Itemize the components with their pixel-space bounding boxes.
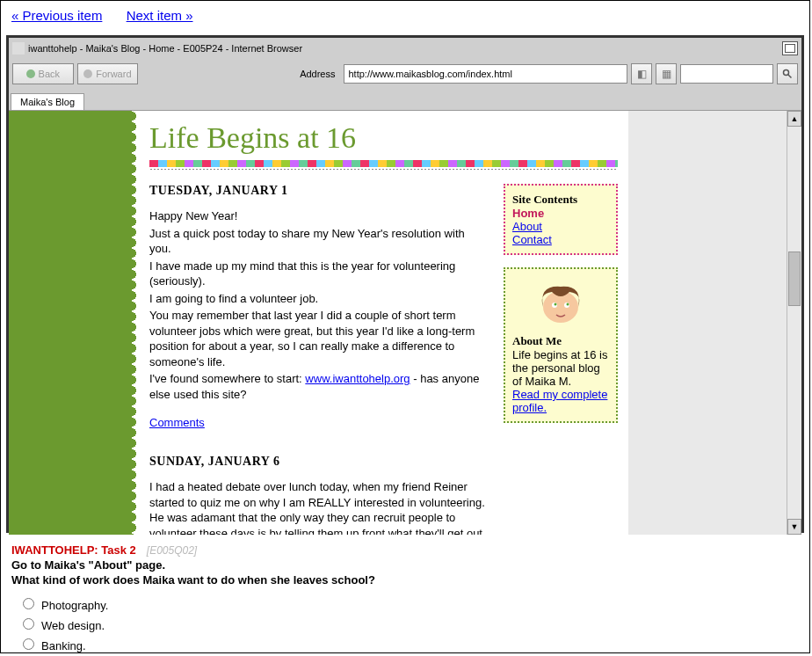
search-input[interactable]	[680, 64, 773, 84]
avatar-icon	[530, 276, 591, 329]
viewport: Life Begins at 16 TUESDAY, JANUARY 1 Hap…	[9, 110, 801, 535]
toolbar: Back Forward Address ◧ ▦	[9, 59, 801, 89]
comments-link[interactable]: Comments	[149, 416, 205, 429]
about-me-box: About Me Life begins at 16 is the person…	[504, 267, 618, 423]
about-title: About Me	[512, 334, 562, 347]
blog-title: Life Begins at 16	[149, 121, 618, 155]
option-a[interactable]: Photography.	[18, 595, 799, 612]
post1-line: I am going to find a volunteer job.	[149, 291, 486, 307]
scroll-thumb[interactable]	[788, 251, 801, 306]
address-label: Address	[300, 69, 335, 79]
forward-button[interactable]: Forward	[77, 63, 139, 84]
item-container: « Previous item Next item » iwanttohelp …	[0, 0, 810, 653]
posts-column: TUESDAY, JANUARY 1 Happy New Year! Just …	[149, 184, 486, 535]
post1-line: Just a quick post today to share my New …	[149, 226, 486, 257]
rainbow-divider	[149, 160, 618, 167]
search-button[interactable]	[777, 63, 798, 84]
tabbar: Maika's Blog	[9, 89, 801, 110]
option-b-radio[interactable]	[23, 618, 34, 630]
answer-options: Photography. Web design. Banking. Social…	[11, 595, 799, 653]
nav-about[interactable]: About	[512, 220, 609, 233]
post1-line: I've found somewhere to start: www.iwant…	[149, 371, 486, 402]
about-text: Life begins at 16 is the personal blog o…	[512, 348, 609, 388]
post2-line: I had a heated debate over lunch today, …	[149, 479, 486, 535]
task-instruction-2: What kind of work does Maika want to do …	[11, 573, 799, 587]
post1-date: TUESDAY, JANUARY 1	[149, 184, 486, 198]
next-item-link[interactable]: Next item »	[127, 8, 193, 23]
profile-link[interactable]: Read my complete profile.	[512, 388, 607, 414]
svg-point-6	[567, 303, 569, 306]
task-code: [E005Q02]	[147, 544, 197, 557]
option-b[interactable]: Web design.	[18, 616, 799, 632]
page-gutter	[628, 111, 787, 535]
vertical-scrollbar[interactable]: ▲ ▼	[787, 111, 801, 535]
site-contents-title: Site Contents	[512, 193, 577, 206]
tab-maikas-blog[interactable]: Maika's Blog	[11, 93, 84, 110]
window-title: iwanttohelp - Maika's Blog - Home - E005…	[28, 43, 302, 54]
task-heading: IWANTTOHELP: Task 2[E005Q02]	[11, 543, 799, 557]
maximize-icon[interactable]	[782, 41, 798, 55]
svg-point-0	[784, 70, 789, 76]
option-c-radio[interactable]	[23, 638, 34, 650]
question-area: IWANTTOHELP: Task 2[E005Q02] Go to Maika…	[1, 538, 809, 653]
nav-home[interactable]: Home	[512, 207, 609, 220]
site-contents-box: Site Contents Home About Contact	[504, 184, 618, 255]
post1-line: Happy New Year!	[149, 208, 486, 224]
svg-point-4	[555, 303, 557, 306]
browser-window: iwanttohelp - Maika's Blog - Home - E005…	[6, 35, 804, 533]
titlebar: iwanttohelp - Maika's Blog - Home - E005…	[9, 38, 801, 59]
blog-page: Life Begins at 16 TUESDAY, JANUARY 1 Hap…	[9, 111, 628, 535]
scroll-up-icon[interactable]: ▲	[787, 111, 801, 127]
svg-line-1	[788, 75, 792, 78]
item-nav: « Previous item Next item »	[1, 1, 809, 30]
nav-contact[interactable]: Contact	[512, 233, 609, 246]
side-column: Site Contents Home About Contact	[504, 184, 618, 535]
post1-line: You may remember that last year I did a …	[149, 308, 486, 369]
post2-date: SUNDAY, JANUARY 6	[149, 455, 486, 469]
tool-button-2[interactable]: ▦	[656, 63, 677, 84]
app-icon	[12, 42, 25, 55]
scroll-down-icon[interactable]: ▼	[787, 519, 801, 535]
prev-item-link[interactable]: « Previous item	[11, 8, 102, 23]
option-a-radio[interactable]	[23, 598, 34, 609]
green-sidebar	[9, 111, 132, 535]
iwanttohelp-link[interactable]: www.iwanttohelp.org	[305, 372, 410, 385]
address-input[interactable]	[344, 64, 627, 84]
magnifier-icon	[782, 69, 793, 79]
dotted-divider	[149, 168, 618, 170]
task-instruction-1: Go to Maika's "About" page.	[11, 558, 799, 572]
tool-button-1[interactable]: ◧	[631, 63, 652, 84]
option-c[interactable]: Banking.	[18, 636, 799, 652]
back-button[interactable]: Back	[12, 63, 74, 84]
post1-line: I have made up my mind that this is the …	[149, 259, 486, 289]
